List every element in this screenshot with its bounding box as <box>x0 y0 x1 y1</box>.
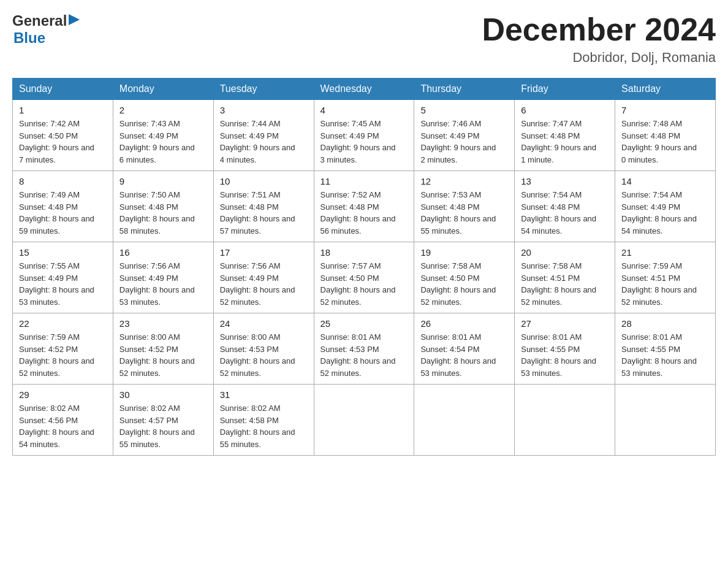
day-number: 24 <box>220 318 308 329</box>
day-info: Sunrise: 7:46 AMSunset: 4:49 PMDaylight:… <box>420 118 508 166</box>
calendar-cell <box>615 385 716 456</box>
logo-blue-text: Blue <box>13 29 45 47</box>
day-info: Sunrise: 7:45 AMSunset: 4:49 PMDaylight:… <box>320 118 408 166</box>
day-info: Sunrise: 8:02 AMSunset: 4:58 PMDaylight:… <box>220 402 308 450</box>
day-number: 28 <box>621 318 709 329</box>
day-number: 31 <box>220 389 308 400</box>
day-number: 21 <box>621 247 709 258</box>
day-info: Sunrise: 7:48 AMSunset: 4:48 PMDaylight:… <box>621 118 709 166</box>
day-info: Sunrise: 8:01 AMSunset: 4:55 PMDaylight:… <box>621 331 709 379</box>
calendar-cell: 31Sunrise: 8:02 AMSunset: 4:58 PMDayligh… <box>213 385 314 456</box>
day-number: 17 <box>220 247 308 258</box>
logo-general-text: General <box>12 12 67 29</box>
day-number: 26 <box>420 318 508 329</box>
calendar-cell: 2Sunrise: 7:43 AMSunset: 4:49 PMDaylight… <box>113 100 213 171</box>
calendar-cell: 18Sunrise: 7:57 AMSunset: 4:50 PMDayligh… <box>314 242 414 313</box>
day-info: Sunrise: 7:52 AMSunset: 4:48 PMDaylight:… <box>320 189 408 237</box>
calendar-cell: 25Sunrise: 8:01 AMSunset: 4:53 PMDayligh… <box>314 313 414 385</box>
calendar-header: Sunday Monday Tuesday Wednesday Thursday… <box>13 79 716 100</box>
calendar-cell: 8Sunrise: 7:49 AMSunset: 4:48 PMDaylight… <box>13 171 113 242</box>
svg-marker-0 <box>69 14 80 25</box>
calendar-cell: 9Sunrise: 7:50 AMSunset: 4:48 PMDaylight… <box>113 171 213 242</box>
day-number: 23 <box>119 318 207 329</box>
day-number: 1 <box>19 105 107 115</box>
calendar-cell <box>314 385 414 456</box>
day-info: Sunrise: 7:44 AMSunset: 4:49 PMDaylight:… <box>220 118 308 166</box>
day-info: Sunrise: 7:55 AMSunset: 4:49 PMDaylight:… <box>19 260 107 308</box>
day-info: Sunrise: 7:54 AMSunset: 4:48 PMDaylight:… <box>521 189 609 237</box>
day-number: 22 <box>19 318 107 329</box>
day-number: 16 <box>119 247 207 258</box>
calendar-cell: 11Sunrise: 7:52 AMSunset: 4:48 PMDayligh… <box>314 171 414 242</box>
month-title: December 2024 <box>482 12 716 47</box>
page-header: General Blue December 2024 Dobridor, Dol… <box>12 12 716 66</box>
col-monday: Monday <box>113 79 213 100</box>
location-title: Dobridor, Dolj, Romania <box>482 50 716 66</box>
day-info: Sunrise: 7:56 AMSunset: 4:49 PMDaylight:… <box>119 260 207 308</box>
day-number: 29 <box>19 389 107 400</box>
day-number: 6 <box>521 105 609 115</box>
day-number: 11 <box>320 176 408 186</box>
calendar-cell: 30Sunrise: 8:02 AMSunset: 4:57 PMDayligh… <box>113 385 213 456</box>
day-number: 3 <box>220 105 308 115</box>
calendar-cell: 13Sunrise: 7:54 AMSunset: 4:48 PMDayligh… <box>515 171 615 242</box>
day-number: 14 <box>621 176 709 186</box>
day-info: Sunrise: 7:58 AMSunset: 4:50 PMDaylight:… <box>420 260 508 308</box>
calendar-cell: 24Sunrise: 8:00 AMSunset: 4:53 PMDayligh… <box>213 313 314 385</box>
day-number: 25 <box>320 318 408 329</box>
day-info: Sunrise: 7:54 AMSunset: 4:49 PMDaylight:… <box>621 189 709 237</box>
day-number: 18 <box>320 247 408 258</box>
day-info: Sunrise: 7:42 AMSunset: 4:50 PMDaylight:… <box>19 118 107 166</box>
day-info: Sunrise: 7:59 AMSunset: 4:52 PMDaylight:… <box>19 331 107 379</box>
day-info: Sunrise: 8:00 AMSunset: 4:52 PMDaylight:… <box>119 331 207 379</box>
day-number: 2 <box>119 105 207 115</box>
header-row: Sunday Monday Tuesday Wednesday Thursday… <box>13 79 716 100</box>
calendar-cell: 26Sunrise: 8:01 AMSunset: 4:54 PMDayligh… <box>414 313 515 385</box>
day-info: Sunrise: 7:49 AMSunset: 4:48 PMDaylight:… <box>19 189 107 237</box>
logo: General Blue <box>12 12 80 47</box>
day-number: 30 <box>119 389 207 400</box>
calendar-row: 29Sunrise: 8:02 AMSunset: 4:56 PMDayligh… <box>13 385 716 456</box>
calendar-cell: 15Sunrise: 7:55 AMSunset: 4:49 PMDayligh… <box>13 242 113 313</box>
calendar-cell: 7Sunrise: 7:48 AMSunset: 4:48 PMDaylight… <box>615 100 716 171</box>
day-info: Sunrise: 7:59 AMSunset: 4:51 PMDaylight:… <box>621 260 709 308</box>
day-number: 27 <box>521 318 609 329</box>
day-number: 9 <box>119 176 207 186</box>
day-info: Sunrise: 8:00 AMSunset: 4:53 PMDaylight:… <box>220 331 308 379</box>
day-info: Sunrise: 7:57 AMSunset: 4:50 PMDaylight:… <box>320 260 408 308</box>
calendar-cell: 27Sunrise: 8:01 AMSunset: 4:55 PMDayligh… <box>515 313 615 385</box>
calendar-cell: 1Sunrise: 7:42 AMSunset: 4:50 PMDaylight… <box>13 100 113 171</box>
day-info: Sunrise: 7:56 AMSunset: 4:49 PMDaylight:… <box>220 260 308 308</box>
day-number: 12 <box>420 176 508 186</box>
calendar-cell: 20Sunrise: 7:58 AMSunset: 4:51 PMDayligh… <box>515 242 615 313</box>
day-info: Sunrise: 7:50 AMSunset: 4:48 PMDaylight:… <box>119 189 207 237</box>
day-number: 8 <box>19 176 107 186</box>
calendar-cell: 5Sunrise: 7:46 AMSunset: 4:49 PMDaylight… <box>414 100 515 171</box>
day-number: 15 <box>19 247 107 258</box>
day-number: 20 <box>521 247 609 258</box>
calendar-cell: 23Sunrise: 8:00 AMSunset: 4:52 PMDayligh… <box>113 313 213 385</box>
calendar-cell: 6Sunrise: 7:47 AMSunset: 4:48 PMDaylight… <box>515 100 615 171</box>
calendar-cell: 14Sunrise: 7:54 AMSunset: 4:49 PMDayligh… <box>615 171 716 242</box>
calendar-cell: 16Sunrise: 7:56 AMSunset: 4:49 PMDayligh… <box>113 242 213 313</box>
col-sunday: Sunday <box>13 79 113 100</box>
calendar-row: 1Sunrise: 7:42 AMSunset: 4:50 PMDaylight… <box>13 100 716 171</box>
day-info: Sunrise: 7:58 AMSunset: 4:51 PMDaylight:… <box>521 260 609 308</box>
title-section: December 2024 Dobridor, Dolj, Romania <box>482 12 716 66</box>
calendar-cell: 17Sunrise: 7:56 AMSunset: 4:49 PMDayligh… <box>213 242 314 313</box>
col-friday: Friday <box>515 79 615 100</box>
day-number: 10 <box>220 176 308 186</box>
calendar-cell: 29Sunrise: 8:02 AMSunset: 4:56 PMDayligh… <box>13 385 113 456</box>
calendar-cell: 12Sunrise: 7:53 AMSunset: 4:48 PMDayligh… <box>414 171 515 242</box>
day-info: Sunrise: 8:02 AMSunset: 4:56 PMDaylight:… <box>19 402 107 450</box>
calendar-cell <box>515 385 615 456</box>
col-thursday: Thursday <box>414 79 515 100</box>
calendar-cell: 3Sunrise: 7:44 AMSunset: 4:49 PMDaylight… <box>213 100 314 171</box>
day-number: 19 <box>420 247 508 258</box>
calendar-cell: 22Sunrise: 7:59 AMSunset: 4:52 PMDayligh… <box>13 313 113 385</box>
col-saturday: Saturday <box>615 79 716 100</box>
calendar-row: 22Sunrise: 7:59 AMSunset: 4:52 PMDayligh… <box>13 313 716 385</box>
day-info: Sunrise: 7:43 AMSunset: 4:49 PMDaylight:… <box>119 118 207 166</box>
logo-triangle-icon <box>69 13 80 29</box>
col-wednesday: Wednesday <box>314 79 414 100</box>
